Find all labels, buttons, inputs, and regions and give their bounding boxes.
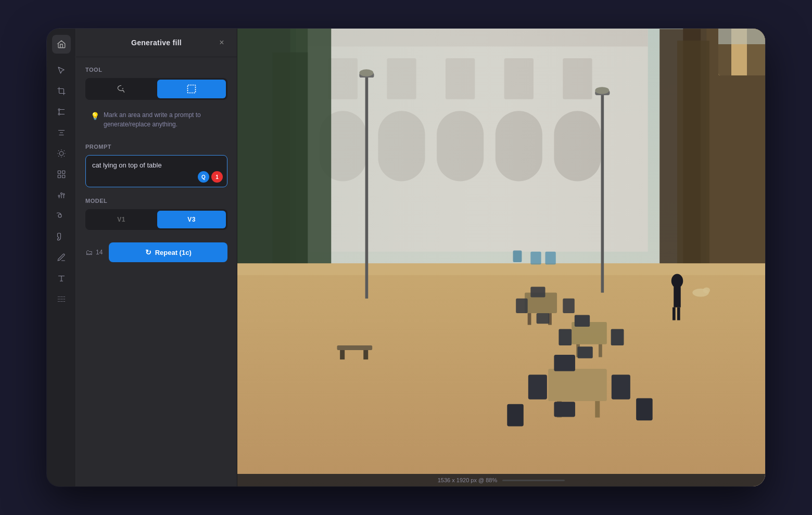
- filter-icon[interactable]: [52, 186, 71, 204]
- app-window: Generative fill × Tool: [47, 29, 765, 486]
- svg-rect-69: [636, 398, 653, 420]
- svg-rect-75: [545, 252, 556, 265]
- svg-rect-34: [237, 263, 765, 486]
- spiral-icon[interactable]: [52, 207, 71, 225]
- marquee-tool-button[interactable]: [157, 80, 226, 98]
- svg-rect-61: [548, 369, 607, 401]
- svg-rect-40: [601, 94, 604, 293]
- svg-rect-71: [674, 287, 681, 307]
- lasso-tool-button[interactable]: [87, 80, 156, 98]
- credit-icon: 🗂: [85, 248, 93, 256]
- svg-rect-48: [528, 313, 531, 325]
- canvas-status: 1536 x 1920 px @ 88%: [438, 477, 498, 483]
- svg-rect-59: [575, 315, 590, 327]
- svg-rect-72: [673, 307, 676, 320]
- svg-rect-64: [528, 375, 547, 399]
- svg-rect-65: [612, 375, 630, 399]
- svg-rect-60: [577, 346, 592, 358]
- hint-box: 💡 Mark an area and write a prompt to gen…: [85, 106, 227, 133]
- generative-fill-panel: Generative fill × Tool: [76, 29, 237, 486]
- repeat-row: 🗂 14 ↻ Repeat (1c): [85, 242, 227, 262]
- model-v3-button[interactable]: V3: [157, 211, 226, 228]
- prompt-input-wrap: cat lying on top of table Q 1: [85, 155, 227, 187]
- svg-point-42: [595, 87, 609, 94]
- svg-rect-53: [537, 313, 550, 324]
- panel-header: Generative fill ×: [76, 29, 237, 57]
- panel-title: Generative fill: [131, 38, 182, 47]
- svg-rect-67: [554, 402, 575, 417]
- svg-point-78: [703, 287, 710, 293]
- canvas-thumbnail: [718, 29, 765, 75]
- prompt-label: Prompt: [85, 144, 227, 150]
- hint-icon: 💡: [91, 111, 99, 122]
- model-label: Model: [85, 198, 227, 204]
- tool-section: Tool 💡: [85, 67, 227, 133]
- svg-rect-58: [611, 329, 624, 345]
- badge-q: Q: [198, 171, 209, 183]
- repeat-label: Repeat (1c): [155, 249, 192, 256]
- scroll-indicator[interactable]: [502, 480, 565, 481]
- home-button[interactable]: [52, 35, 71, 54]
- svg-rect-44: [340, 350, 345, 359]
- lines-icon[interactable]: [52, 290, 71, 308]
- svg-point-1: [58, 113, 60, 115]
- adjust-icon[interactable]: [52, 123, 71, 142]
- canvas-image: [237, 29, 765, 486]
- canvas-area[interactable]: 1536 x 1920 px @ 88%: [237, 29, 765, 486]
- svg-rect-63: [595, 401, 600, 418]
- svg-rect-66: [554, 355, 575, 371]
- grid-icon[interactable]: [52, 165, 71, 184]
- icon-sidebar: [47, 29, 76, 486]
- svg-rect-82: [718, 29, 765, 44]
- tool-toggle: [85, 78, 227, 100]
- svg-rect-6: [62, 175, 65, 178]
- svg-rect-56: [599, 344, 602, 357]
- svg-rect-74: [530, 252, 541, 265]
- svg-rect-7: [188, 85, 196, 93]
- svg-rect-3: [58, 171, 60, 173]
- svg-rect-52: [530, 287, 545, 297]
- svg-point-0: [58, 109, 60, 110]
- brightness-icon[interactable]: [52, 144, 71, 163]
- text-icon[interactable]: [52, 269, 71, 288]
- svg-point-39: [359, 69, 373, 76]
- credit-count: 14: [96, 249, 103, 256]
- selection-icon[interactable]: [52, 61, 71, 80]
- pen-icon[interactable]: [52, 248, 71, 267]
- panel-content: Tool 💡: [76, 57, 237, 486]
- scissors-icon[interactable]: [52, 102, 71, 121]
- credit-info: 🗂 14: [85, 248, 103, 256]
- svg-rect-73: [677, 307, 680, 320]
- tool-label: Tool: [85, 67, 227, 73]
- close-button[interactable]: ×: [216, 37, 227, 48]
- svg-rect-43: [337, 345, 373, 350]
- model-v1-button[interactable]: V1: [87, 211, 156, 228]
- svg-rect-68: [507, 404, 524, 427]
- svg-point-2: [59, 151, 64, 156]
- svg-rect-51: [563, 299, 575, 313]
- prompt-input[interactable]: cat lying on top of table: [92, 161, 189, 179]
- repeat-icon: ↻: [145, 248, 151, 256]
- prompt-badges: Q 1: [198, 171, 223, 183]
- brush-icon[interactable]: [52, 227, 71, 246]
- svg-rect-50: [516, 299, 528, 313]
- svg-rect-57: [559, 329, 572, 345]
- svg-rect-37: [365, 76, 369, 299]
- svg-rect-45: [363, 350, 368, 359]
- svg-rect-35: [237, 263, 765, 275]
- hint-text: Mark an area and write a prompt to gener…: [104, 110, 222, 129]
- prompt-section: Prompt cat lying on top of table Q 1: [85, 144, 227, 187]
- repeat-button[interactable]: ↻ Repeat (1c): [109, 242, 227, 262]
- svg-rect-76: [513, 250, 522, 262]
- svg-rect-5: [58, 175, 60, 178]
- svg-rect-4: [62, 171, 65, 173]
- status-bar: 1536 x 1920 px @ 88%: [237, 474, 765, 486]
- svg-point-70: [671, 274, 683, 288]
- model-section: Model V1 V3: [85, 198, 227, 230]
- model-toggle: V1 V3: [85, 209, 227, 230]
- crop-icon[interactable]: [52, 82, 71, 100]
- badge-1: 1: [211, 171, 223, 183]
